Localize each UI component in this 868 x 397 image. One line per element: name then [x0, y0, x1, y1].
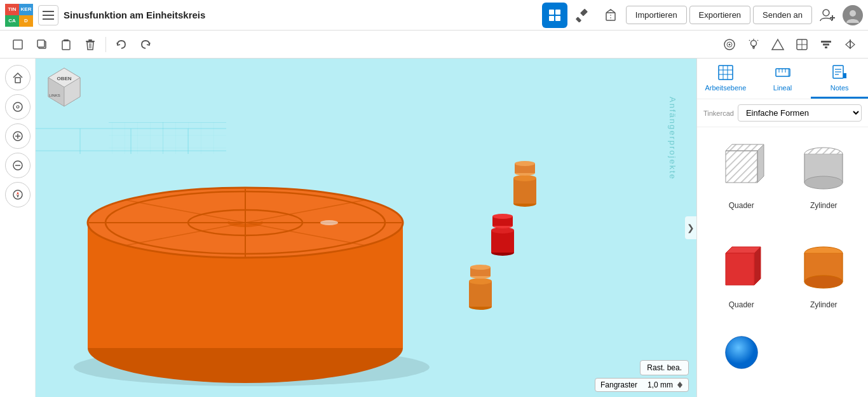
svg-rect-44: [15, 78, 20, 83]
grid-view-button[interactable]: [542, 3, 567, 28]
svg-point-149: [725, 337, 757, 369]
export-button[interactable]: Exportieren: [689, 6, 750, 24]
svg-marker-114: [677, 385, 682, 388]
svg-rect-120: [776, 69, 790, 76]
scene-svg: [36, 59, 696, 397]
mirror-button[interactable]: [839, 33, 862, 56]
dropdown-tinkercad-label: Tinkercad: [703, 109, 734, 117]
shape-quader-red[interactable]: Quader: [703, 234, 780, 327]
shape-preview-zylinder-gray: [792, 135, 855, 198]
zoom-in-button[interactable]: [5, 123, 31, 149]
hammer-button[interactable]: [570, 3, 595, 28]
rast-button[interactable]: Rast. bea.: [640, 360, 689, 375]
svg-rect-90: [513, 178, 536, 204]
notes-tab[interactable]: Notes: [811, 64, 868, 99]
svg-marker-143: [726, 253, 754, 285]
toolbar: [0, 31, 868, 59]
svg-rect-21: [88, 39, 92, 41]
camera-button[interactable]: [718, 33, 741, 56]
shape-zylinder-gray[interactable]: Zylinder: [786, 135, 862, 228]
svg-rect-9: [606, 13, 615, 20]
copy-button[interactable]: [31, 33, 53, 56]
svg-point-28: [751, 40, 757, 46]
svg-point-146: [804, 275, 843, 288]
logo-cell-tin: TIN: [5, 4, 19, 15]
redo-button[interactable]: [134, 33, 157, 56]
shapes-dropdown[interactable]: Einfache Formen: [738, 104, 862, 122]
box-button[interactable]: [598, 3, 623, 28]
shape-preview-quader-gray: [710, 135, 773, 198]
svg-rect-102: [469, 281, 492, 307]
logo-cell-ca: CA: [5, 15, 19, 27]
svg-point-103: [469, 278, 492, 284]
svg-marker-133: [757, 144, 764, 183]
undo-button[interactable]: [110, 33, 133, 56]
project-title: Sinusfunktion am Einheitskreis: [64, 10, 537, 20]
svg-point-11: [823, 10, 829, 16]
svg-rect-30: [753, 48, 755, 49]
shape-sphere-blue[interactable]: [703, 333, 780, 372]
svg-rect-5: [549, 16, 554, 21]
fangraster-label: Fangraster: [600, 380, 637, 389]
logo[interactable]: TIN KER CA D: [5, 4, 33, 27]
new-button[interactable]: [6, 33, 29, 56]
shape-label-quader-red: Quader: [729, 300, 754, 309]
shape-label-quader-gray: Quader: [729, 201, 754, 210]
svg-marker-113: [677, 382, 682, 385]
delete-button[interactable]: [79, 33, 102, 56]
svg-rect-0: [43, 11, 54, 12]
right-chevron[interactable]: ❯: [685, 216, 696, 239]
svg-rect-4: [555, 10, 560, 15]
bottom-controls: Rast. bea. Fangraster: [595, 360, 689, 392]
shape-quader-gray[interactable]: Quader: [703, 135, 780, 228]
svg-rect-39: [823, 43, 829, 45]
svg-marker-43: [850, 41, 855, 48]
light-button[interactable]: [742, 33, 765, 56]
shape-button[interactable]: [766, 33, 789, 56]
svg-marker-54: [17, 195, 19, 198]
shape-preview-sphere-blue: [710, 333, 773, 372]
zoom-out-button[interactable]: [5, 153, 31, 178]
topbar-right: Importieren Exportieren Senden an: [542, 3, 863, 28]
compass-button[interactable]: [5, 182, 31, 207]
svg-rect-20: [62, 41, 70, 50]
logo-cell-d: D: [19, 15, 33, 27]
arbeitsebene-tab[interactable]: Arbeitsebene: [697, 64, 754, 99]
svg-point-100: [492, 214, 513, 219]
add-user-button[interactable]: [815, 3, 840, 28]
topbar: TIN KER CA D Sinusfunktion am Einheitskr…: [0, 0, 868, 31]
lineal-tab[interactable]: Lineal: [754, 64, 811, 99]
shape2-button[interactable]: [790, 33, 813, 56]
logo-cell-ker: KER: [19, 4, 33, 15]
send-button[interactable]: Senden an: [753, 6, 812, 24]
import-button[interactable]: Importieren: [626, 6, 687, 24]
shape-preview-quader-red: [710, 234, 773, 298]
svg-rect-40: [825, 46, 827, 48]
fangraster-arrows[interactable]: [677, 381, 683, 389]
svg-rect-3: [549, 10, 554, 15]
paste-button[interactable]: [55, 33, 78, 56]
shape-label-zylinder-orange: Zylinder: [810, 300, 837, 309]
svg-point-106: [470, 265, 491, 270]
hamburger-button[interactable]: [38, 5, 58, 25]
svg-point-91: [513, 175, 536, 181]
viewport[interactable]: OBEN LINKS Anfängerprojekte Rast. bea. F…: [36, 59, 696, 397]
shape-zylinder-orange[interactable]: Zylinder: [786, 234, 862, 327]
fangraster-input[interactable]: [641, 380, 673, 389]
avatar[interactable]: [843, 5, 863, 25]
align-button[interactable]: [815, 33, 837, 56]
lineal-label: Lineal: [773, 84, 792, 92]
svg-line-32: [749, 40, 750, 41]
svg-rect-6: [555, 16, 560, 21]
svg-point-45: [13, 102, 22, 111]
svg-marker-34: [772, 39, 783, 50]
svg-point-94: [515, 161, 535, 166]
svg-rect-18: [37, 40, 44, 47]
svg-text:LINKS: LINKS: [49, 94, 60, 97]
rotate-button[interactable]: [5, 94, 31, 120]
arbeitsebene-label: Arbeitsebene: [705, 84, 746, 92]
home-button[interactable]: [5, 65, 31, 90]
main-layout: OBEN LINKS Anfängerprojekte Rast. bea. F…: [0, 59, 868, 397]
svg-point-27: [729, 43, 731, 45]
orientation-cube[interactable]: OBEN LINKS: [42, 65, 86, 109]
